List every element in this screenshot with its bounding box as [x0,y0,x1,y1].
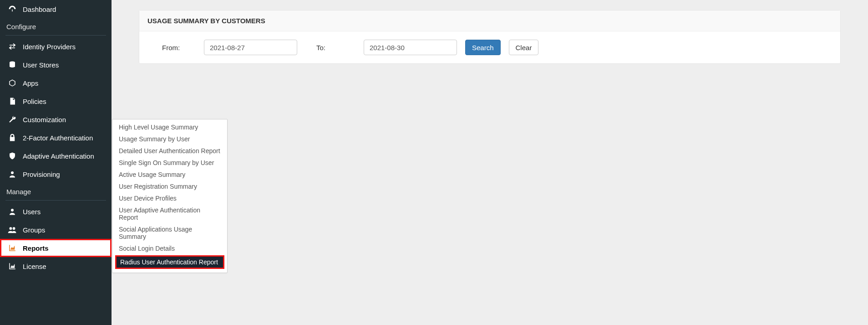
shield-icon [7,151,17,160]
sidebar-item-user-stores[interactable]: User Stores [0,56,112,74]
sidebar-item-apps[interactable]: Apps [0,74,112,92]
sidebar: Dashboard Configure Identity Providers U… [0,0,112,325]
sidebar-item-label: Groups [23,226,45,234]
file-icon [7,97,17,106]
sidebar-item-2fa[interactable]: 2-Factor Authentication [0,129,112,147]
dashboard-icon [7,5,17,14]
to-date-input[interactable] [364,40,457,55]
database-icon [7,60,17,69]
svg-point-3 [11,171,14,174]
sidebar-item-label: Dashboard [23,5,56,13]
sidebar-item-label: Apps [23,79,38,87]
svg-rect-1 [11,101,14,102]
svg-point-5 [10,227,12,230]
panel-title: USAGE SUMMARY BY CUSTOMERS [139,10,840,31]
submenu-item-device-profiles[interactable]: User Device Profiles [112,192,227,204]
submenu-item-user-registration[interactable]: User Registration Summary [112,181,227,192]
reports-submenu: High Level Usage Summary Usage Summary b… [112,119,228,273]
user-icon [7,207,17,216]
submenu-item-sso-summary[interactable]: Single Sign On Summary by User [112,157,227,169]
sidebar-item-label: Users [23,208,41,216]
sidebar-item-label: Provisioning [23,170,60,178]
sidebar-item-label: Policies [23,98,46,105]
sidebar-item-adaptive-auth[interactable]: Adaptive Authentication [0,147,112,165]
submenu-item-social-login[interactable]: Social Login Details [112,242,227,254]
svg-point-4 [11,209,14,212]
divider [5,200,106,201]
sidebar-item-label: Customization [23,116,66,124]
sidebar-item-license[interactable]: License [0,257,112,275]
area-chart-icon [7,262,17,271]
lock-icon [7,133,17,142]
exchange-icon [7,42,17,51]
to-label: To: [316,44,339,52]
submenu-item-detailed-user-auth[interactable]: Detailed User Authentication Report [112,145,227,157]
svg-rect-2 [11,102,14,103]
sidebar-item-label: Identity Providers [23,43,76,51]
from-date-input[interactable] [204,40,297,55]
submenu-item-radius-auth-report[interactable]: Radius User Authentication Report [115,255,224,269]
sidebar-item-users[interactable]: Users [0,202,112,221]
sidebar-section-configure: Configure [0,18,112,35]
svg-point-6 [13,227,15,230]
sidebar-item-label: License [23,263,46,270]
sidebar-item-label: Adaptive Authentication [23,152,94,160]
sidebar-section-manage: Manage [0,183,112,200]
area-chart-icon [7,243,17,253]
sidebar-item-dashboard[interactable]: Dashboard [0,0,112,18]
submenu-item-social-apps-usage[interactable]: Social Applications Usage Summary [112,223,227,242]
cube-icon [7,78,17,88]
search-button[interactable]: Search [465,40,501,55]
sidebar-item-identity-providers[interactable]: Identity Providers [0,37,112,56]
submenu-item-high-level-usage[interactable]: High Level Usage Summary [112,121,227,133]
from-label: From: [162,44,185,52]
submenu-item-active-usage[interactable]: Active Usage Summary [112,169,227,181]
users-icon [7,225,17,234]
sidebar-item-reports[interactable]: Reports [0,239,112,257]
sidebar-item-policies[interactable]: Policies [0,92,112,110]
submenu-item-usage-by-user[interactable]: Usage Summary by User [112,133,227,145]
sidebar-item-label: User Stores [23,61,59,69]
divider [5,35,106,36]
sidebar-item-customization[interactable]: Customization [0,110,112,129]
sidebar-item-provisioning[interactable]: Provisioning [0,165,112,183]
submenu-item-adaptive-auth-report[interactable]: User Adaptive Authentication Report [112,204,227,223]
wrench-icon [7,115,17,124]
panel-body: From: To: Search Clear [139,31,840,63]
sidebar-item-label: 2-Factor Authentication [23,134,93,142]
sidebar-item-groups[interactable]: Groups [0,221,112,239]
search-panel: USAGE SUMMARY BY CUSTOMERS From: To: Sea… [139,10,841,64]
user-icon [7,170,17,179]
clear-button[interactable]: Clear [509,40,539,55]
sidebar-item-label: Reports [23,244,49,252]
